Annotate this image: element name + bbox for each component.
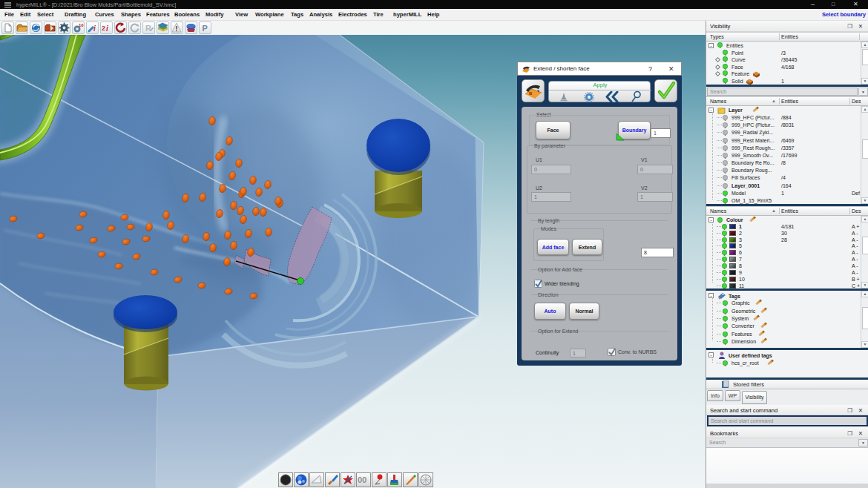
svg-text:R: R <box>145 24 151 33</box>
svg-text:i: i <box>93 24 96 33</box>
svg-text:10: 10 <box>79 23 84 27</box>
svg-text:00: 00 <box>358 475 366 484</box>
svg-text:2: 2 <box>102 24 105 32</box>
svg-text:P: P <box>203 24 208 33</box>
svg-text:B: B <box>529 91 533 96</box>
svg-text:i: i <box>106 24 108 33</box>
